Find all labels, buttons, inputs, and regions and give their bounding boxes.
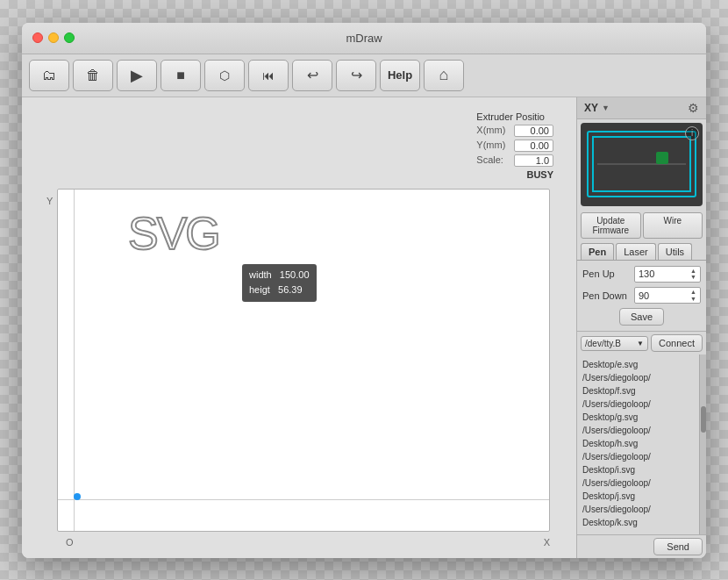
skip-icon: ⏮ xyxy=(262,68,275,82)
redo-icon: ↪ xyxy=(351,67,362,83)
tab-laser[interactable]: Laser xyxy=(616,243,656,260)
traffic-lights xyxy=(32,32,75,43)
height-label: heigt xyxy=(249,284,270,295)
help-button[interactable]: Help xyxy=(380,60,420,91)
list-item: Desktop/j.svg xyxy=(582,490,694,503)
pen-up-stepper[interactable]: ▲ ▼ xyxy=(690,268,696,281)
pen-up-increment[interactable]: ▲ xyxy=(690,268,696,275)
firmware-wire-area: Update Firmware Wire xyxy=(577,210,706,241)
toolbar: 🗂 🗑 ▶ ■ ⬡ ⏮ ↩ ↪ Help ⌂ xyxy=(22,54,706,97)
svg-preview: SVG xyxy=(128,207,303,269)
xy-dropdown[interactable]: XY ▼ xyxy=(584,102,610,114)
info-icon[interactable]: i xyxy=(685,126,699,140)
x-value: 0.00 xyxy=(514,125,553,137)
pen-up-field[interactable]: 130 ▲ ▼ xyxy=(634,266,701,283)
canvas-container[interactable]: SVG width 150.00 heigt 56.39 xyxy=(57,189,550,532)
undo-button[interactable]: ↩ xyxy=(292,60,332,91)
scan-button[interactable]: ⬡ xyxy=(204,60,245,91)
canvas-area: Extruder Positio X(mm) 0.00 Y(mm) 0.00 S… xyxy=(22,97,576,558)
list-item: Desktop/k.svg xyxy=(582,516,694,529)
stop-button[interactable]: ■ xyxy=(161,60,201,91)
home-button[interactable]: ⌂ xyxy=(424,60,464,91)
connect-button[interactable]: Connect xyxy=(651,334,703,352)
width-label: width xyxy=(249,269,272,280)
send-btn-area: Send xyxy=(577,534,706,558)
pen-up-decrement[interactable]: ▼ xyxy=(690,274,696,281)
pen-down-value: 90 xyxy=(639,290,649,301)
delete-button[interactable]: 🗑 xyxy=(73,60,113,91)
extruder-info: Extruder Positio X(mm) 0.00 Y(mm) 0.00 S… xyxy=(469,106,560,185)
pen-settings: Pen Up 130 ▲ ▼ Pen Down 90 ▲ xyxy=(577,261,706,332)
update-firmware-button[interactable]: Update Firmware xyxy=(581,212,641,239)
redo-button[interactable]: ↪ xyxy=(336,60,376,91)
x-label: X(mm) xyxy=(476,125,505,137)
home-icon: ⌂ xyxy=(439,66,449,84)
list-item: /Users/diegoloop/ xyxy=(582,450,694,463)
canvas-label-o: O xyxy=(66,537,74,548)
play-icon: ▶ xyxy=(131,66,143,85)
title-bar: mDraw xyxy=(22,23,706,54)
pen-up-row: Pen Up 130 ▲ ▼ xyxy=(582,266,701,283)
log-area: Desktop/e.svg/Users/diegoloop/Desktop/f.… xyxy=(577,354,699,533)
status-badge: BUSY xyxy=(476,169,553,180)
width-value: 150.00 xyxy=(280,269,310,280)
list-item: /Users/diegoloop/ xyxy=(582,503,694,516)
list-item: Desktop/e.svg xyxy=(582,358,694,371)
close-button[interactable] xyxy=(32,32,43,43)
help-label: Help xyxy=(388,68,412,82)
extruder-title: Extruder Positio xyxy=(476,111,545,122)
xy-label: XY xyxy=(584,102,598,114)
undo-icon: ↩ xyxy=(307,67,318,83)
stop-icon: ■ xyxy=(176,68,185,83)
pen-down-increment[interactable]: ▲ xyxy=(690,289,696,296)
list-item: Desktop/g.svg xyxy=(582,411,694,424)
tab-utils[interactable]: Utils xyxy=(658,243,692,260)
wire-button[interactable]: Wire xyxy=(643,212,703,239)
y-value: 0.00 xyxy=(514,140,553,152)
list-item: /Users/diegoloop/ xyxy=(582,424,694,437)
open-button[interactable]: 🗂 xyxy=(29,60,69,91)
list-item: /Users/diegoloop/ xyxy=(582,371,694,384)
window-title: mDraw xyxy=(346,32,382,45)
tab-pen[interactable]: Pen xyxy=(581,243,614,260)
device-preview: i xyxy=(581,123,703,206)
pen-down-stepper[interactable]: ▲ ▼ xyxy=(690,289,696,302)
log-scrollbar[interactable] xyxy=(699,354,706,533)
device-frame xyxy=(587,131,696,197)
canvas-grid-v xyxy=(74,190,75,531)
maximize-button[interactable] xyxy=(64,32,75,43)
pen-down-row: Pen Down 90 ▲ ▼ xyxy=(582,287,701,304)
skip-button[interactable]: ⏮ xyxy=(248,60,289,91)
list-item: /Users/diegoloop/ xyxy=(582,397,694,411)
pen-down-field[interactable]: 90 ▲ ▼ xyxy=(634,287,701,304)
minimize-button[interactable] xyxy=(48,32,59,43)
list-item: Desktop/i.svg xyxy=(582,463,694,476)
save-button[interactable]: Save xyxy=(619,308,664,326)
pen-down-decrement[interactable]: ▼ xyxy=(690,296,696,303)
height-value: 56.39 xyxy=(278,284,303,295)
pen-up-value: 130 xyxy=(639,269,654,279)
pen-down-label: Pen Down xyxy=(582,290,631,301)
tab-bar: Pen Laser Utils xyxy=(577,241,706,261)
send-button[interactable]: Send xyxy=(653,538,703,555)
trash-icon: 🗑 xyxy=(86,68,100,83)
folder-icon: 🗂 xyxy=(42,68,56,83)
svg-text: SVG xyxy=(128,208,219,259)
scan-icon: ⬡ xyxy=(219,68,230,82)
scale-label: Scale: xyxy=(476,154,503,167)
y-label: Y(mm) xyxy=(476,140,505,152)
right-panel: XY ▼ ⚙ i xyxy=(576,97,706,558)
origin-dot xyxy=(74,493,81,500)
pen-up-label: Pen Up xyxy=(582,269,631,279)
play-button[interactable]: ▶ xyxy=(117,60,157,91)
list-item: Desktop/h.svg xyxy=(582,437,694,450)
gear-icon[interactable]: ⚙ xyxy=(688,101,699,115)
scrollbar-thumb[interactable] xyxy=(701,406,706,433)
log-wrapper: Desktop/e.svg/Users/diegoloop/Desktop/f.… xyxy=(577,354,706,533)
canvas-grid-h xyxy=(58,499,549,500)
port-dropdown-arrow-icon: ▼ xyxy=(637,340,644,347)
dropdown-arrow-icon: ▼ xyxy=(602,104,610,112)
panel-top: XY ▼ ⚙ xyxy=(577,97,706,119)
port-select[interactable]: /dev/tty.B ▼ xyxy=(581,336,648,351)
main-content: Extruder Positio X(mm) 0.00 Y(mm) 0.00 S… xyxy=(22,97,706,558)
